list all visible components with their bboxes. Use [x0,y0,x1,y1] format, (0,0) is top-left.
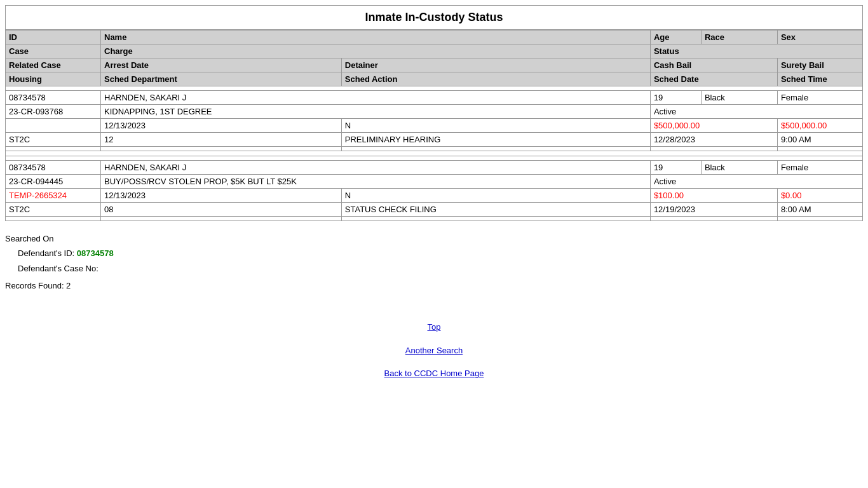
search-info: Searched On Defendant's ID: 08734578 Def… [5,231,863,276]
record-2-row-5 [6,217,863,221]
record-1-case: 23-CR-093768 [6,105,101,119]
header-surety-bail: Surety Bail [777,58,862,72]
record-1-row-3: 12/13/2023 N $500,000.00 $500,000.00 [6,119,863,133]
record-2-detainer: N [341,189,650,203]
header-detainer: Detainer [341,58,650,72]
header-charge: Charge [101,44,651,58]
defendant-id-value: 08734578 [77,248,114,258]
header-race: Race [701,30,777,44]
record-1-cash-bail: $500,000.00 [650,119,777,133]
record-2-sched-date: 12/19/2023 [650,203,777,217]
record-2-status: Active [650,175,862,189]
header-sched-date: Sched Date [650,72,777,86]
record-1-age: 19 [650,91,701,105]
record-1-arrest-date: 12/13/2023 [101,119,342,133]
record-2-cash-bail: $100.00 [650,189,777,203]
record-1-housing: ST2C [6,133,101,147]
record-1-row-5 [6,147,863,151]
record-2-sched-time: 8:00 AM [777,203,862,217]
header-sched-department: Sched Department [101,72,342,86]
record-1-name: HARNDEN, SAKARI J [101,91,651,105]
record-2-arrest-date: 12/13/2023 [101,189,342,203]
searched-on-label: Searched On [5,231,863,246]
record-2-row-1: 08734578 HARNDEN, SAKARI J 19 Black Fema… [6,161,863,175]
record-1-surety-bail: $500,000.00 [777,119,862,133]
header-status: Status [650,44,862,58]
header-age: Age [650,30,701,44]
header-name: Name [101,30,651,44]
header-arrest-date: Arrest Date [101,58,342,72]
record-1-sched-department: 12 [101,133,342,147]
top-link[interactable]: Top [5,316,863,339]
header-case: Case [6,44,101,58]
header-sched-action: Sched Action [341,72,650,86]
record-1-sched-time: 9:00 AM [777,133,862,147]
record-2-sched-action: STATUS CHECK FILING [341,203,650,217]
page-title: Inmate In-Custody Status [5,5,863,30]
record-1-charge: KIDNAPPING, 1ST DEGREE [101,105,651,119]
main-table: ID Name Age Race Sex Case Charge Status … [5,30,863,221]
defendant-case-label: Defendant's Case No: [18,264,98,273]
record-2-row-3: TEMP-2665324 12/13/2023 N $100.00 $0.00 [6,189,863,203]
record-1-race: Black [701,91,777,105]
header-cash-bail: Cash Bail [650,58,777,72]
record-2-related-case: TEMP-2665324 [6,189,101,203]
record-2-surety-bail: $0.00 [777,189,862,203]
record-1-related-case [6,119,101,133]
record-2-row-4: ST2C 08 STATUS CHECK FILING 12/19/2023 8… [6,203,863,217]
links-section: Top Another Search Back to CCDC Home Pag… [5,316,863,385]
record-2-sex: Female [777,161,862,175]
record-1-sex: Female [777,91,862,105]
record-2-id: 08734578 [6,161,101,175]
record-2-case: 23-CR-094445 [6,175,101,189]
record-2-charge: BUY/POSS/RCV STOLEN PROP, $5K BUT LT $25… [101,175,651,189]
record-1-row-1: 08734578 HARNDEN, SAKARI J 19 Black Fema… [6,91,863,105]
record-1-row-4: ST2C 12 PRELIMINARY HEARING 12/28/2023 9… [6,133,863,147]
header-related-case: Related Case [6,58,101,72]
defendant-id-label: Defendant's ID: [18,248,74,258]
record-2-age: 19 [650,161,701,175]
record-1-detainer: N [341,119,650,133]
record-2-housing: ST2C [6,203,101,217]
another-search-link[interactable]: Another Search [5,339,863,362]
records-found: Records Found: 2 [5,281,863,290]
record-1-status: Active [650,105,862,119]
header-sex: Sex [777,30,862,44]
record-2-sched-department: 08 [101,203,342,217]
record-2-race: Black [701,161,777,175]
record-1-id: 08734578 [6,91,101,105]
record-1-row-2: 23-CR-093768 KIDNAPPING, 1ST DEGREE Acti… [6,105,863,119]
record-2-row-2: 23-CR-094445 BUY/POSS/RCV STOLEN PROP, $… [6,175,863,189]
record-1-sched-date: 12/28/2023 [650,133,777,147]
header-id: ID [6,30,101,44]
record-1-sched-action: PRELIMINARY HEARING [341,133,650,147]
header-sched-time: Sched Time [777,72,862,86]
record-2-name: HARNDEN, SAKARI J [101,161,651,175]
home-page-link[interactable]: Back to CCDC Home Page [5,362,863,385]
header-housing: Housing [6,72,101,86]
